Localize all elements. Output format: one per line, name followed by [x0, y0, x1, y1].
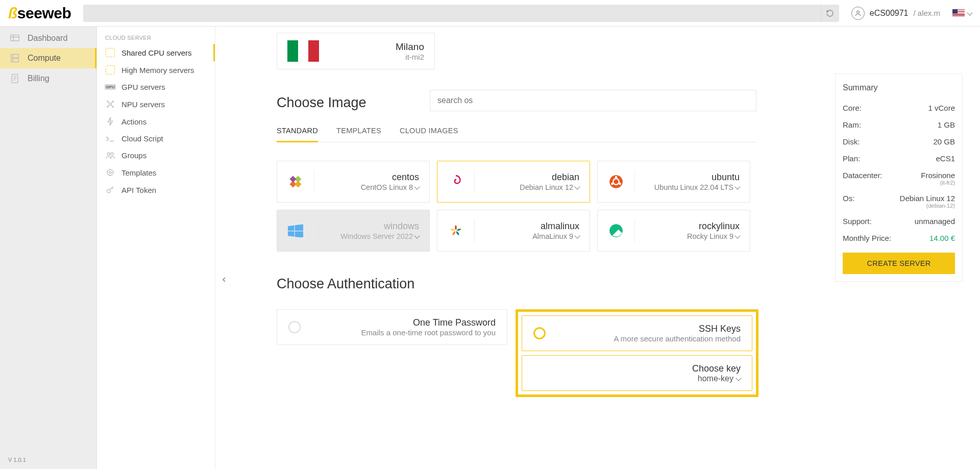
os-version: Windows Server 2022	[340, 232, 413, 240]
chevron-down-icon	[967, 10, 972, 15]
summary-title: Summary	[843, 83, 955, 92]
svg-rect-20	[295, 181, 301, 187]
nav-actions[interactable]: Actions	[97, 113, 215, 130]
location-code: it-mi2	[328, 53, 424, 61]
billing-icon	[9, 73, 20, 84]
script-icon	[105, 135, 115, 142]
summary-row-datacenter: Datacenter:Frosinone(it-fr2)	[843, 167, 955, 190]
global-search	[83, 5, 839, 22]
os-name: almalinux	[482, 221, 579, 232]
chevron-down-icon[interactable]	[574, 184, 580, 189]
nav-gpu[interactable]: GPUGPU servers	[97, 79, 215, 95]
logo-glyph: ß	[8, 5, 17, 21]
nav-item-label: Compute	[28, 54, 61, 63]
nav-item-label: Groups	[121, 151, 146, 160]
os-centos[interactable]: centosCentOS Linux 8	[277, 161, 430, 203]
chevron-down-icon	[736, 375, 741, 381]
svg-point-12	[107, 153, 110, 155]
svg-point-0	[857, 11, 860, 13]
refresh-icon	[826, 9, 834, 17]
os-debian[interactable]: debianDebian Linux 12	[437, 161, 590, 203]
radio-icon	[533, 327, 546, 339]
summary-panel: Summary Core:1 vCore Ram:1 GB Disk:20 GB…	[835, 73, 963, 282]
summary-row-ram: Ram:1 GB	[843, 116, 955, 133]
svg-point-23	[615, 176, 618, 179]
tab-standard[interactable]: STANDARD	[277, 121, 318, 142]
auth-otp[interactable]: One Time PasswordEmails a one-time root …	[277, 309, 507, 345]
debian-logo-icon	[445, 174, 467, 189]
os-name: ubuntu	[642, 172, 740, 183]
templates-icon	[105, 168, 115, 177]
chevron-down-icon[interactable]	[734, 233, 740, 238]
location-card[interactable]: Milano it-mi2	[277, 33, 435, 69]
section-choose-image: Choose Image	[277, 95, 366, 111]
flag-us-icon	[952, 9, 965, 17]
image-tabs: STANDARD TEMPLATES CLOUD IMAGES	[277, 121, 756, 142]
nav-templates[interactable]: Templates	[97, 164, 215, 181]
compute-icon	[9, 53, 20, 63]
logo-text: seeweb	[17, 5, 71, 21]
locale-switch[interactable]	[952, 9, 972, 17]
nav-item-label: Shared CPU servers	[121, 48, 192, 57]
nav-api-token[interactable]: API Token	[97, 181, 215, 199]
nav-item-label: Cloud Script	[121, 134, 163, 143]
nav-npu[interactable]: NPU servers	[97, 95, 215, 113]
nav-dashboard[interactable]: Dashboard	[0, 29, 96, 48]
account-menu[interactable]: eCS00971 / alex.m	[851, 7, 940, 20]
os-ubuntu[interactable]: ubuntuUbuntu Linux 22.04 LTS	[597, 161, 750, 203]
nav-item-label: Actions	[121, 117, 146, 126]
choose-key-select[interactable]: Choose keyhome-key	[522, 355, 752, 391]
groups-icon	[105, 152, 115, 160]
nav-item-label: Templates	[121, 168, 156, 177]
flag-it-icon	[287, 40, 319, 62]
account-user: / alex.m	[913, 9, 940, 17]
os-version: Debian Linux 12	[520, 183, 573, 191]
key-icon	[105, 185, 115, 194]
nav-section-header: CLOUD SERVER	[97, 31, 215, 44]
choose-key-value: home-key	[698, 374, 733, 383]
windows-logo-icon	[284, 224, 307, 237]
chevron-down-icon[interactable]	[414, 184, 420, 189]
nav-compute[interactable]: Compute	[0, 48, 96, 68]
nav-billing[interactable]: Billing	[0, 68, 96, 89]
os-name: debian	[482, 172, 579, 183]
ubuntu-logo-icon	[605, 175, 627, 189]
summary-row-price: Monthly Price:14.00 €	[843, 230, 955, 246]
os-almalinux[interactable]: almalinuxAlmaLinux 9	[437, 210, 590, 252]
centos-logo-icon	[284, 175, 307, 189]
svg-point-13	[111, 153, 113, 155]
nav-item-label: API Token	[121, 186, 156, 194]
svg-rect-1	[11, 35, 19, 41]
tab-templates[interactable]: TEMPLATES	[336, 121, 381, 142]
svg-point-24	[619, 183, 621, 185]
bolt-icon	[105, 117, 115, 126]
nav-high-memory[interactable]: High Memory servers	[97, 61, 215, 79]
nav-item-label: NPU servers	[121, 100, 165, 109]
search-os-input[interactable]	[430, 90, 756, 111]
dashboard-icon	[9, 34, 20, 43]
tab-cloud-images[interactable]: CLOUD IMAGES	[400, 121, 458, 142]
summary-row-plan: Plan:eCS1	[843, 150, 955, 167]
chevron-down-icon[interactable]	[734, 184, 740, 189]
nav-shared-cpu[interactable]: Shared CPU servers	[97, 44, 215, 61]
auth-ssh[interactable]: SSH KeysA more secure authentication met…	[522, 315, 752, 351]
search-refresh-button[interactable]	[821, 5, 839, 22]
summary-row-core: Core:1 vCore	[843, 100, 955, 116]
collapse-sidebar-button[interactable]: ‹‹	[215, 266, 230, 291]
search-input[interactable]	[83, 5, 821, 22]
logo[interactable]: ßseeweb	[8, 5, 71, 22]
chevron-down-icon[interactable]	[574, 233, 580, 238]
almalinux-logo-icon	[445, 223, 467, 238]
create-server-button[interactable]: CREATE SERVER	[843, 253, 955, 274]
nav-cloud-script[interactable]: Cloud Script	[97, 130, 215, 147]
account-id: eCS00971	[870, 9, 909, 18]
nav-groups[interactable]: Groups	[97, 147, 215, 164]
auth-title: SSH Keys	[556, 324, 741, 334]
svg-rect-19	[289, 176, 296, 182]
svg-rect-6	[12, 75, 18, 83]
svg-point-5	[12, 60, 13, 61]
rockylinux-logo-icon	[605, 224, 627, 238]
choose-key-label: Choose key	[533, 363, 741, 374]
os-rockylinux[interactable]: rockylinuxRocky Linux 9	[597, 210, 750, 252]
location-city: Milano	[328, 41, 424, 53]
